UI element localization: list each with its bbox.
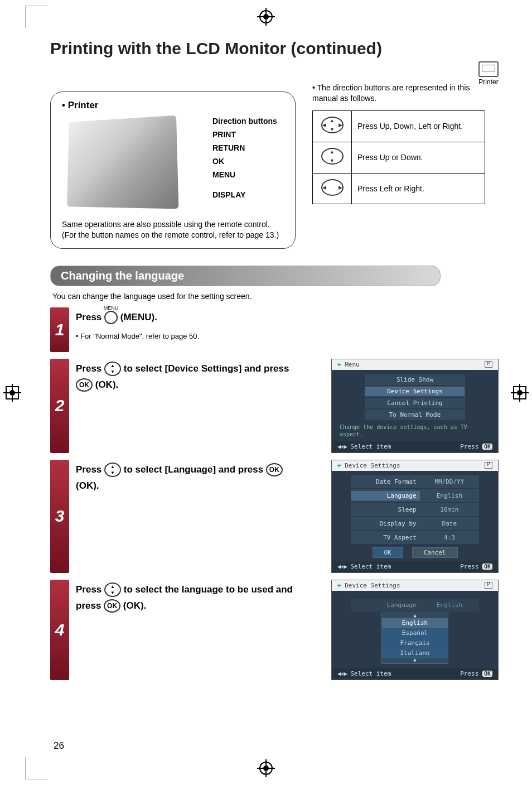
sd-icon: ❤: [337, 361, 341, 368]
printer-box: • Printer Direction buttons PRINT RETURN…: [50, 91, 296, 249]
menu-item: To Normal Mode: [365, 410, 465, 420]
row-val: English: [420, 600, 478, 610]
lcd-screenshot-menu: ❤ Menu Slide Show Device Settings Cancel…: [331, 359, 499, 453]
lcd-screenshot-language-dropdown: ❤ Device Settings Language English ▲ Eng…: [331, 580, 499, 680]
printer-box-note: Same operations are also possible using …: [62, 219, 284, 240]
footer-left: Select item: [351, 443, 391, 450]
language-option-selected: English: [382, 618, 448, 628]
menu-item: Cancel Printing: [365, 398, 465, 408]
updown-button-icon: ▲▼: [104, 582, 121, 597]
direction-desc: Press Up or Down.: [352, 142, 485, 173]
step2-text-a: Press: [76, 363, 104, 374]
step2-text-b: to select [Device Settings] and press: [124, 363, 289, 374]
footer-right: Press: [460, 443, 478, 450]
direction-icon-updownleftright: ▲▼◀▶: [313, 110, 352, 142]
ok-badge: OK: [482, 564, 492, 570]
registration-mark: [259, 10, 273, 23]
sd-icon: ❤: [337, 462, 341, 469]
scroll-down-icon: ▼: [382, 658, 448, 663]
step1-text-after: (MENU).: [120, 312, 157, 322]
updown-button-icon: ▲▼: [104, 362, 121, 376]
step-number: 3: [50, 460, 69, 573]
row-val: Date: [420, 519, 478, 528]
step-number: 4: [50, 580, 69, 680]
callout-print: PRINT: [212, 130, 236, 139]
ok-button-icon: OK: [76, 378, 93, 392]
step3-text-c: (OK).: [76, 480, 99, 491]
lcd-title: Device Settings: [345, 462, 400, 469]
section-heading: Changing the language: [50, 266, 441, 286]
print-icon: [485, 462, 492, 469]
step-4: 4 Press ▲▼ to select the language to be …: [50, 580, 499, 680]
nav-arrows-icon: ◀✦▶: [337, 563, 347, 570]
footer-left: Select item: [351, 563, 391, 570]
footer-right: Press: [460, 563, 478, 570]
callout-return: RETURN: [212, 143, 245, 152]
row-key: Display by: [351, 519, 420, 528]
direction-note: The direction buttons are represented in…: [312, 83, 496, 204]
ok-button-icon: OK: [104, 599, 120, 613]
step-number: 2: [50, 359, 69, 453]
lcd-screenshot-device-settings: ❤ Device Settings Date FormatMM/DD/YY La…: [331, 460, 499, 573]
print-icon: [485, 361, 492, 368]
row-key: TV Aspect: [351, 533, 420, 542]
row-val: MM/DD/YY: [420, 477, 478, 487]
registration-mark: [6, 386, 19, 399]
step1-sub: • For "Normal Mode", refer to page 50.: [76, 330, 298, 343]
step-2: 2 Press ▲▼ to select [Device Settings] a…: [50, 359, 499, 453]
step-1: 1 Press (MENU). • For "Normal Mode", ref…: [50, 307, 499, 352]
menu-item: Slide Show: [365, 374, 465, 385]
row-key: Language: [351, 600, 420, 610]
printer-box-heading: • Printer: [62, 100, 284, 111]
language-option: Español: [382, 628, 448, 638]
nav-arrows-icon: ◀✦▶: [337, 443, 347, 450]
lcd-ok-button: OK: [373, 547, 403, 558]
callout-display: DISPLAY: [212, 190, 245, 199]
lcd-title: Menu: [345, 361, 360, 368]
ok-badge: OK: [482, 444, 492, 450]
language-dropdown: ▲ English Español Français Italiano ▼: [381, 613, 448, 664]
page-number: 26: [54, 740, 64, 752]
updown-button-icon: ▲▼: [104, 463, 121, 477]
callout-menu: MENU: [212, 170, 235, 179]
direction-desc: Press Up, Down, Left or Right.: [352, 110, 485, 142]
footer-left: Select item: [351, 670, 391, 677]
step4-text-a: Press: [76, 584, 104, 595]
ok-badge: OK: [482, 671, 492, 677]
direction-desc: Press Left or Right.: [352, 173, 485, 204]
print-icon: [485, 582, 492, 589]
row-val: 4:3: [420, 533, 478, 542]
row-val: 10min: [420, 505, 478, 514]
step3-text-a: Press: [76, 464, 104, 475]
crop-mark: [25, 6, 47, 28]
ok-button-icon: OK: [266, 463, 283, 476]
printer-icon: [478, 61, 499, 77]
step1-text-before: Press: [76, 312, 104, 322]
row-key: Sleep: [351, 505, 420, 514]
sd-icon: ❤: [337, 582, 341, 589]
footer-right: Press: [460, 670, 478, 677]
direction-note-bullet: The direction buttons are represented in…: [312, 83, 496, 104]
step-number: 1: [50, 307, 69, 352]
menu-button-icon: [104, 311, 118, 324]
crop-mark: [25, 757, 47, 779]
language-option: Italiano: [382, 648, 448, 658]
printer-photo: [67, 115, 178, 209]
lcd-title: Device Settings: [345, 582, 400, 589]
nav-arrows-icon: ◀✦▶: [337, 670, 347, 677]
lcd-cancel-button: Cancel: [412, 547, 458, 558]
step2-text-c: (OK).: [95, 379, 119, 390]
section-intro: You can change the language used for the…: [52, 292, 499, 301]
page-title: Printing with the LCD Monitor (continued…: [50, 39, 499, 58]
step3-text-b: to select [Language] and press: [124, 464, 266, 475]
scroll-up-icon: ▲: [382, 613, 448, 618]
callout-ok: OK: [212, 157, 224, 166]
row-val: English: [420, 491, 478, 500]
lcd-help-text: Change the device settings, such as TV a…: [332, 421, 498, 439]
step4-text-c: (OK).: [123, 600, 147, 611]
row-key: Date Format: [351, 477, 420, 487]
direction-table: ▲▼◀▶ Press Up, Down, Left or Right. ▲▼ P…: [312, 110, 485, 205]
callout-direction-buttons: Direction buttons: [212, 117, 277, 126]
registration-mark: [259, 762, 273, 775]
direction-icon-updown: ▲▼: [313, 142, 352, 173]
